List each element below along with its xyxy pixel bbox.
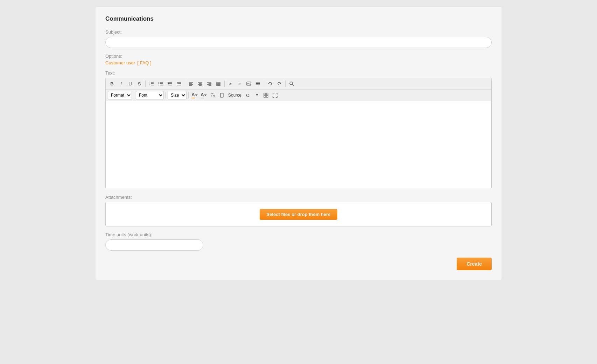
paste-text-button[interactable] bbox=[218, 91, 226, 99]
text-label: Text: bbox=[105, 70, 492, 76]
format-select[interactable]: Format bbox=[108, 91, 132, 99]
toolbar-sep-2 bbox=[185, 80, 185, 87]
editor-container: B I U S 123 bbox=[105, 78, 492, 189]
options-label: Options: bbox=[105, 54, 492, 59]
align-center-button[interactable] bbox=[196, 79, 204, 88]
svg-point-6 bbox=[159, 82, 159, 83]
font-select[interactable]: Font bbox=[136, 91, 164, 99]
svg-marker-15 bbox=[168, 83, 169, 84]
toolbar-sep-8 bbox=[188, 92, 189, 98]
align-left-button[interactable] bbox=[187, 79, 195, 88]
font-color-icon: A bbox=[191, 92, 195, 98]
toolbar-row2: Format Font Size A A bbox=[106, 90, 491, 101]
align-right-button[interactable] bbox=[205, 79, 213, 88]
attachments-dropzone[interactable]: Select files or drop them here bbox=[105, 202, 492, 226]
subject-label: Subject: bbox=[105, 29, 492, 35]
page-title: Communications bbox=[105, 15, 492, 22]
svg-rect-50 bbox=[266, 93, 268, 95]
text-group: Text: B I U S 123 bbox=[105, 70, 492, 189]
justify-button[interactable] bbox=[214, 79, 223, 88]
blockquote-icon: ❝ bbox=[256, 93, 258, 98]
svg-point-8 bbox=[159, 85, 159, 85]
svg-rect-51 bbox=[264, 96, 266, 97]
svg-marker-42 bbox=[280, 83, 281, 84]
special-char-icon: Ω bbox=[246, 93, 250, 98]
hr-button[interactable] bbox=[254, 79, 262, 88]
toolbar-sep-6 bbox=[134, 92, 134, 98]
source-button[interactable]: Source bbox=[227, 92, 243, 98]
clear-format-icon: Tx bbox=[211, 92, 215, 98]
time-units-label: Time units (work units): bbox=[105, 232, 492, 237]
svg-text:3: 3 bbox=[149, 84, 150, 86]
clear-format-button[interactable]: Tx bbox=[209, 91, 217, 99]
blockquote-button[interactable]: ❝ bbox=[253, 91, 261, 99]
underline-button[interactable]: U bbox=[126, 79, 134, 88]
communications-form: Communications Subject: Options: Custome… bbox=[96, 7, 501, 280]
attachments-label: Attachments: bbox=[105, 195, 492, 200]
toolbar-sep-1 bbox=[145, 80, 146, 87]
select-files-button[interactable]: Select files or drop them here bbox=[260, 209, 338, 220]
indent-button[interactable] bbox=[175, 79, 183, 88]
special-char-button[interactable]: Ω bbox=[244, 91, 252, 99]
image-button[interactable] bbox=[245, 79, 253, 88]
bg-color-button[interactable]: A bbox=[199, 91, 208, 99]
toolbar-row1: B I U S 123 bbox=[106, 78, 491, 90]
unordered-list-button[interactable] bbox=[156, 79, 165, 88]
unlink-button[interactable] bbox=[236, 79, 244, 88]
toolbar-sep-7 bbox=[166, 92, 166, 98]
time-units-group: Time units (work units): bbox=[105, 232, 492, 251]
customer-user-link[interactable]: Customer user bbox=[105, 60, 135, 65]
svg-point-43 bbox=[290, 82, 293, 85]
svg-marker-19 bbox=[177, 83, 178, 84]
size-select[interactable]: Size bbox=[168, 91, 187, 99]
subject-input[interactable] bbox=[105, 37, 492, 48]
toolbar-sep-3 bbox=[224, 80, 225, 87]
strikethrough-button[interactable]: S bbox=[135, 79, 143, 88]
bg-color-icon: A bbox=[201, 92, 204, 98]
faq-link[interactable]: [ FAQ ] bbox=[137, 60, 151, 65]
svg-rect-49 bbox=[264, 93, 266, 95]
time-units-input[interactable] bbox=[105, 239, 203, 251]
svg-rect-48 bbox=[221, 93, 223, 93]
toolbar-sep-4 bbox=[264, 80, 264, 87]
bold-button[interactable]: B bbox=[108, 79, 116, 88]
svg-rect-36 bbox=[247, 82, 251, 85]
subject-group: Subject: bbox=[105, 29, 492, 48]
find-button[interactable] bbox=[287, 79, 296, 88]
redo-button[interactable] bbox=[275, 79, 283, 88]
svg-marker-46 bbox=[204, 94, 207, 96]
ordered-list-button[interactable]: 123 bbox=[147, 79, 156, 88]
undo-button[interactable] bbox=[266, 79, 274, 88]
toolbar-sep-5 bbox=[285, 80, 286, 87]
show-blocks-button[interactable] bbox=[262, 91, 270, 99]
svg-rect-52 bbox=[266, 96, 268, 97]
maximize-button[interactable] bbox=[271, 91, 279, 99]
svg-line-44 bbox=[292, 84, 294, 86]
options-group: Options: Customer user [ FAQ ] bbox=[105, 54, 492, 65]
font-color-button[interactable]: A bbox=[190, 91, 199, 99]
svg-rect-47 bbox=[220, 93, 223, 97]
attachments-group: Attachments: Select files or drop them h… bbox=[105, 195, 492, 226]
italic-button[interactable]: I bbox=[117, 79, 125, 88]
svg-marker-41 bbox=[268, 83, 269, 84]
create-button[interactable]: Create bbox=[457, 258, 492, 270]
link-button[interactable] bbox=[226, 79, 235, 88]
options-links: Customer user [ FAQ ] bbox=[105, 60, 492, 65]
svg-marker-45 bbox=[195, 94, 198, 96]
svg-point-7 bbox=[159, 83, 159, 84]
editor-body[interactable] bbox=[106, 101, 491, 189]
footer-row: Create bbox=[105, 258, 492, 270]
outdent-button[interactable] bbox=[166, 79, 174, 88]
